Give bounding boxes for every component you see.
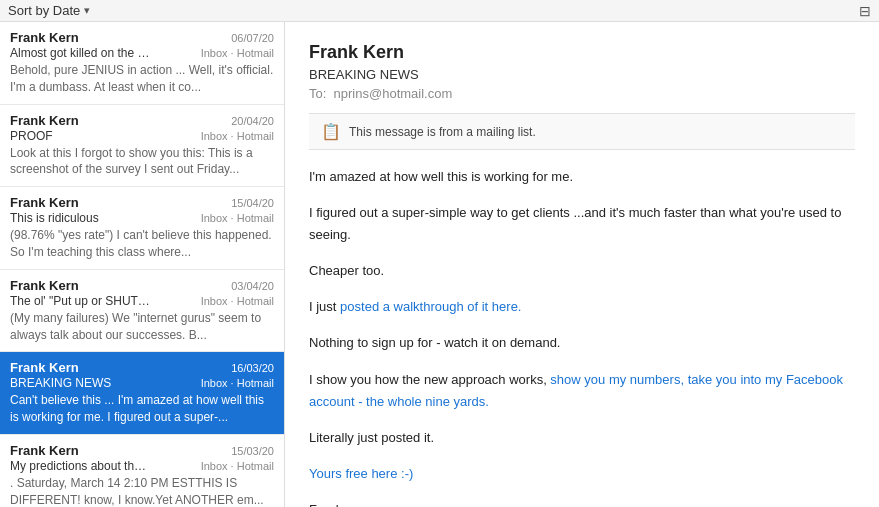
email-sender: Frank Kern	[10, 30, 79, 45]
email-preview: (My many failures) We "internet gurus" s…	[10, 310, 274, 344]
email-item[interactable]: Frank Kern 03/04/20 The ol' "Put up or S…	[0, 270, 284, 353]
email-subject: Almost got killed on the Fo...	[10, 46, 150, 60]
email-item[interactable]: Frank Kern 06/07/20 Almost got killed on…	[0, 22, 284, 105]
filter-icon[interactable]: ⊟	[859, 3, 871, 19]
message-to: To: nprins@hotmail.com	[309, 86, 855, 101]
email-sender: Frank Kern	[10, 278, 79, 293]
mailing-notice-text: This message is from a mailing list.	[349, 125, 536, 139]
body-para-4: I just posted a walkthrough of it here.	[309, 296, 855, 318]
to-address: nprins@hotmail.com	[334, 86, 453, 101]
body-para-7: Literally just posted it.	[309, 427, 855, 449]
email-date: 16/03/20	[231, 362, 274, 374]
message-sender: Frank Kern	[309, 42, 855, 63]
email-subject: BREAKING NEWS	[10, 376, 111, 390]
body-para-5: Nothing to sign up for - watch it on dem…	[309, 332, 855, 354]
email-sender: Frank Kern	[10, 113, 79, 128]
mailing-icon: 📋	[321, 122, 341, 141]
email-sender: Frank Kern	[10, 443, 79, 458]
email-preview: Look at this I forgot to show you this: …	[10, 145, 274, 179]
to-label: To:	[309, 86, 326, 101]
email-item[interactable]: Frank Kern 15/04/20 This is ridiculous I…	[0, 187, 284, 270]
email-meta: Inbox · Hotmail	[201, 377, 274, 389]
message-body: I'm amazed at how well this is working f…	[309, 166, 855, 507]
email-preview: Behold, pure JENIUS in action ... Well, …	[10, 62, 274, 96]
email-meta: Inbox · Hotmail	[201, 47, 274, 59]
email-subject: PROOF	[10, 129, 53, 143]
email-preview: . Saturday, March 14 2:10 PM ESTTHIS IS …	[10, 475, 274, 507]
message-subject: BREAKING NEWS	[309, 67, 855, 82]
email-subject: The ol' "Put up or SHUT UP...	[10, 294, 150, 308]
main-container: Frank Kern 06/07/20 Almost got killed on…	[0, 22, 879, 507]
sort-chevron: ▾	[84, 4, 90, 17]
email-meta: Inbox · Hotmail	[201, 212, 274, 224]
body-para-1: I'm amazed at how well this is working f…	[309, 166, 855, 188]
email-meta: Inbox · Hotmail	[201, 130, 274, 142]
email-date: 15/03/20	[231, 445, 274, 457]
email-preview: (98.76% "yes rate") I can't believe this…	[10, 227, 274, 261]
email-subject: This is ridiculous	[10, 211, 99, 225]
body-para-2: I figured out a super-simple way to get …	[309, 202, 855, 246]
email-date: 20/04/20	[231, 115, 274, 127]
reading-pane: Frank Kern BREAKING NEWS To: nprins@hotm…	[285, 22, 879, 507]
sort-bar[interactable]: Sort by Date ▾	[8, 3, 90, 18]
body-para-9: Frank	[309, 499, 855, 507]
email-meta: Inbox · Hotmail	[201, 295, 274, 307]
email-sender: Frank Kern	[10, 195, 79, 210]
body-para-3: Cheaper too.	[309, 260, 855, 282]
email-item[interactable]: Frank Kern 20/04/20 PROOF Inbox · Hotmai…	[0, 105, 284, 188]
mailing-list-notice: 📋 This message is from a mailing list.	[309, 113, 855, 150]
email-preview: Can't believe this ... I'm amazed at how…	[10, 392, 274, 426]
body-para-8: Yours free here :-)	[309, 463, 855, 485]
link-facebook[interactable]: show you my numbers, take you into my Fa…	[309, 372, 843, 409]
link-walkthrough[interactable]: posted a walkthrough of it here.	[340, 299, 521, 314]
email-item[interactable]: Frank Kern 15/03/20 My predictions about…	[0, 435, 284, 507]
email-sender: Frank Kern	[10, 360, 79, 375]
link-yours-free[interactable]: Yours free here :-)	[309, 466, 413, 481]
email-list: Frank Kern 06/07/20 Almost got killed on…	[0, 22, 285, 507]
email-date: 15/04/20	[231, 197, 274, 209]
email-meta: Inbox · Hotmail	[201, 460, 274, 472]
sort-label: Sort by Date	[8, 3, 80, 18]
top-bar: Sort by Date ▾ ⊟	[0, 0, 879, 22]
email-item[interactable]: Frank Kern 16/03/20 BREAKING NEWS Inbox …	[0, 352, 284, 435]
body-para-6: I show you how the new approach works, s…	[309, 369, 855, 413]
email-date: 03/04/20	[231, 280, 274, 292]
email-date: 06/07/20	[231, 32, 274, 44]
email-subject: My predictions about the C...	[10, 459, 150, 473]
